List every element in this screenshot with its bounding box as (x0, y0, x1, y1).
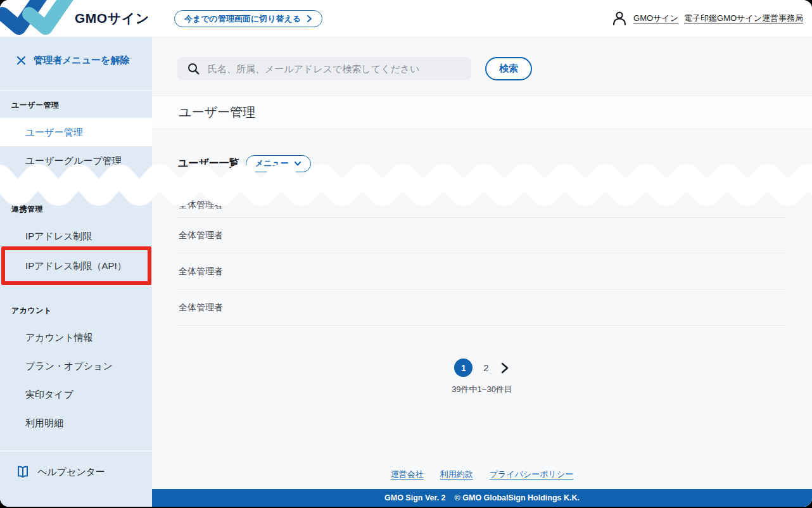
footer-copyright-bar: GMO Sign Ver. 2 © GMO GlobalSign Holding… (152, 489, 812, 507)
admin-sidebar: 管理者メニューを解除 ユーザー管理 ユーザー管理 ユーザーグループ管理 連携管理… (0, 37, 152, 507)
close-admin-menu-button[interactable]: 管理者メニューを解除 (16, 54, 129, 67)
footer-version-text: GMO Sign Ver. 2 (384, 493, 446, 502)
app-header: GMOサイン 今までの管理画面に切り替える GMOサイン 電子印鑑GMOサイン運… (0, 0, 812, 37)
sidebar-item-user-management[interactable]: ユーザー管理 (0, 118, 152, 146)
row-divider (177, 253, 787, 253)
row-divider (177, 217, 787, 218)
table-row[interactable] (177, 219, 787, 254)
main-content: 検索 ユーザー管理 ユーザー一覧 メニュー 全体管理者 全体管理者 全体管理者 … (152, 37, 812, 507)
footer-link-terms[interactable]: 利用約款 (440, 469, 473, 480)
pagination-next-button[interactable] (500, 362, 510, 374)
page-title: ユーザー管理 (179, 96, 255, 129)
list-menu-label: メニュー (255, 158, 289, 169)
table-row[interactable] (177, 254, 787, 289)
footer-links: 運営会社 利用約款 プライバシーポリシー (152, 469, 812, 480)
footer-link-company[interactable]: 運営会社 (391, 469, 424, 480)
help-center-link[interactable]: ヘルプセンター (16, 462, 105, 481)
sidebar-item-registered-seal-type[interactable]: 実印タイプ (0, 380, 152, 409)
chevron-right-icon (307, 15, 312, 23)
gmo-sign-logo-mark-icon (0, 0, 76, 37)
user-search-field (177, 57, 471, 80)
account-service-link[interactable]: GMOサイン (633, 13, 678, 24)
list-menu-button[interactable]: メニュー (246, 155, 311, 172)
row-divider (177, 289, 787, 289)
sidebar-item-ip-restriction[interactable]: IPアドレス制限 (0, 222, 152, 250)
logo-wordmark: GMOサイン (75, 0, 149, 37)
sidebar-item-usage-details[interactable]: 利用明細 (0, 409, 152, 437)
user-list-header: ユーザー一覧 メニュー (178, 155, 311, 172)
table-row-role: 全体管理者 (179, 302, 223, 313)
footer-copyright-text: © GMO GlobalSign Holdings K.K. (455, 493, 580, 502)
sidebar-divider (0, 450, 152, 452)
switch-admin-screen-button[interactable]: 今までの管理画面に切り替える (174, 10, 322, 27)
sidebar-item-user-group-management[interactable]: ユーザーグループ管理 (0, 146, 152, 175)
help-center-label: ヘルプセンター (37, 466, 105, 478)
book-icon (16, 465, 29, 479)
pagination-page-2[interactable]: 2 (483, 362, 488, 373)
account-organization-link[interactable]: 電子印鑑GMOサイン運営事務局 (684, 13, 803, 24)
search-input[interactable] (206, 63, 471, 75)
user-icon (611, 10, 628, 27)
page-title-band: ユーザー管理 (152, 96, 812, 129)
switch-admin-screen-label: 今までの管理画面に切り替える (184, 13, 301, 25)
footer-link-privacy-policy[interactable]: プライバシーポリシー (490, 469, 573, 480)
sidebar-divider (0, 90, 152, 91)
table-row-role: 全体管理者 (179, 265, 223, 277)
sidebar-section-account: アカウント (0, 298, 152, 323)
sidebar-section-integration: 連携管理 (0, 196, 152, 222)
table-row-role: 全体管理者 (179, 229, 223, 241)
close-icon (16, 56, 26, 65)
pagination-count-text: 39件中1~30件目 (177, 384, 787, 395)
sidebar-section-user-management: ユーザー管理 (0, 92, 152, 118)
table-row[interactable] (177, 289, 787, 326)
row-divider (177, 325, 787, 326)
header-account-area: GMOサイン 電子印鑑GMOサイン運営事務局 (611, 0, 803, 37)
sidebar-item-account-info[interactable]: アカウント情報 (0, 323, 152, 352)
user-list-heading: ユーザー一覧 (178, 157, 239, 170)
table-row-role: 全体管理者 (179, 199, 223, 210)
search-button[interactable]: 検索 (485, 57, 532, 80)
table-row[interactable] (177, 326, 787, 362)
pagination: 1 2 (177, 359, 787, 377)
chevron-down-icon (294, 161, 301, 167)
sidebar-item-ip-restriction-api[interactable]: IPアドレス制限（API） (0, 250, 152, 282)
gmo-sign-admin-page: GMOサイン 今までの管理画面に切り替える GMOサイン 電子印鑑GMOサイン運… (0, 0, 812, 507)
sidebar-item-plan-options[interactable]: プラン・オプション (0, 352, 152, 380)
search-icon (187, 63, 200, 75)
pagination-page-1-current[interactable]: 1 (454, 359, 473, 377)
close-admin-menu-label: 管理者メニューを解除 (34, 54, 129, 67)
chevron-right-icon (500, 362, 510, 374)
